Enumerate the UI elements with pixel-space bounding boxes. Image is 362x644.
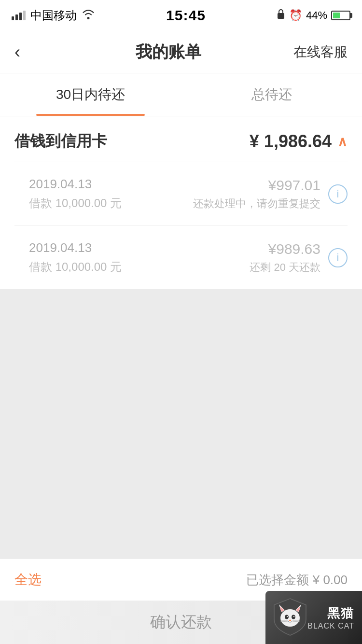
bill-item-2: 2019.04.13 借款 10,000.00 元 ¥989.63 还剩 20 … [0, 226, 362, 289]
cat-shield-icon [273, 598, 307, 640]
gray-area [0, 289, 362, 579]
bottom-bar: 全选 已选择金额 ¥ 0.00 确认还款 [0, 559, 362, 644]
tab-30day[interactable]: 30日内待还 [0, 73, 181, 116]
status-right: ⏰ 44% [277, 9, 350, 22]
bill-item-1: 2019.04.13 借款 10,000.00 元 ¥997.01 还款处理中，… [0, 162, 362, 225]
bill-item-1-loan: 借款 10,000.00 元 [29, 196, 122, 211]
bill-item-2-loan: 借款 10,000.00 元 [29, 259, 122, 275]
bill-item-1-status: 还款处理中，请勿重复提交 [193, 196, 320, 211]
svg-point-10 [289, 620, 291, 621]
bill-item-1-left: 2019.04.13 借款 10,000.00 元 [29, 177, 122, 211]
lock-icon [277, 9, 285, 22]
bill-item-1-amount-col: ¥997.01 还款处理中，请勿重复提交 [193, 177, 320, 211]
page-title: 我的账单 [136, 41, 201, 63]
bill-item-2-date: 2019.04.13 [29, 240, 122, 255]
alarm-icon: ⏰ [289, 9, 302, 22]
bill-item-1-amount: ¥997.01 [193, 177, 320, 194]
info-circle-1[interactable]: i [328, 184, 348, 204]
selected-amount-label: 已选择金额 ¥ 0.00 [246, 572, 348, 588]
svg-point-6 [285, 615, 289, 619]
tab-bar: 30日内待还 总待还 [0, 73, 362, 116]
tab-total[interactable]: 总待还 [181, 73, 362, 116]
collapse-icon[interactable]: ∧ [337, 134, 348, 150]
cat-english-name: BLACK CAT [307, 622, 354, 630]
status-bar: 中国移动 15:45 ⏰ 44% [0, 0, 362, 31]
main-content: 借钱到信用卡 ¥ 1,986.64 ∧ 2019.04.13 借款 10,000… [0, 116, 362, 289]
status-time: 15:45 [166, 7, 206, 24]
svg-point-9 [293, 616, 294, 617]
battery-icon [331, 11, 350, 20]
bill-item-2-right: ¥989.63 还剩 20 天还款 i [250, 241, 348, 275]
card-amount-area: ¥ 1,986.64 ∧ [250, 131, 348, 152]
nav-bar: ‹ 我的账单 在线客服 [0, 31, 362, 73]
svg-point-1 [280, 609, 300, 627]
online-service-button[interactable]: 在线客服 [293, 43, 348, 61]
confirm-repay-button[interactable]: 确认还款 [0, 601, 362, 644]
svg-point-7 [292, 615, 295, 619]
bill-item-2-left: 2019.04.13 借款 10,000.00 元 [29, 240, 122, 275]
svg-rect-0 [278, 13, 284, 19]
svg-point-8 [287, 616, 288, 617]
bill-item-1-right: ¥997.01 还款处理中，请勿重复提交 i [193, 177, 348, 211]
battery-percent: 44% [306, 9, 327, 22]
select-all-button[interactable]: 全选 [14, 571, 42, 589]
back-button[interactable]: ‹ [14, 42, 43, 62]
cat-chinese-name: 黑猫 [327, 605, 354, 622]
card-title: 借钱到信用卡 [14, 131, 107, 152]
bill-item-2-status: 还剩 20 天还款 [250, 260, 320, 275]
bill-item-2-amount-col: ¥989.63 还剩 20 天还款 [250, 241, 320, 275]
card-total-amount: ¥ 1,986.64 [250, 131, 332, 152]
carrier-label: 中国移动 [30, 8, 77, 23]
wifi-icon [82, 9, 95, 22]
info-circle-2[interactable]: i [328, 248, 348, 267]
bill-item-2-amount: ¥989.63 [250, 241, 320, 257]
signal-icon [12, 11, 26, 20]
black-cat-watermark: 黑猫 BLACK CAT [265, 591, 362, 644]
card-header: 借钱到信用卡 ¥ 1,986.64 ∧ [0, 116, 362, 162]
black-cat-text: 黑猫 BLACK CAT [307, 605, 354, 630]
bill-item-1-date: 2019.04.13 [29, 177, 122, 192]
status-left: 中国移动 [12, 8, 95, 23]
